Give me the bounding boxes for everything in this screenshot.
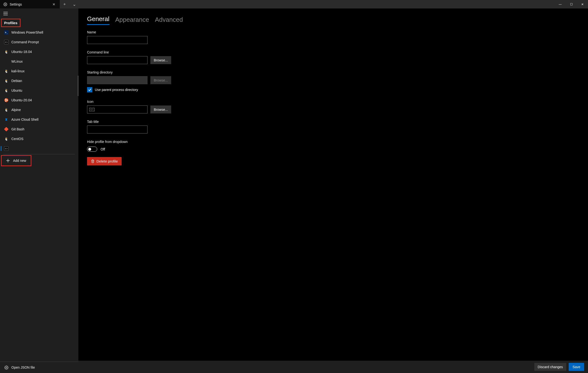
sidebar-item-label: CentOS — [11, 137, 23, 141]
sidebar-item-label: kali-linux — [11, 69, 24, 73]
bottom-bar: Discard changes Save — [78, 361, 588, 373]
content-area: General Appearance Advanced Name Command… — [78, 9, 588, 373]
browse-icon-button[interactable]: Browse... — [150, 106, 171, 113]
tux-icon: 🐧 — [4, 108, 9, 112]
powershell-icon: >_ — [4, 30, 9, 35]
ubuntu-icon — [4, 98, 9, 102]
svg-rect-9 — [4, 127, 9, 131]
sidebar-item-powershell[interactable]: >_ Windows PowerShell — [0, 28, 78, 37]
gear-icon — [4, 365, 9, 370]
azure-icon — [4, 117, 9, 122]
sidebar-item-label: Azure Cloud Shell — [11, 117, 38, 121]
tab-advanced[interactable]: Advanced — [155, 16, 183, 25]
discard-changes-button[interactable]: Discard changes — [534, 363, 566, 371]
profiles-header: Profiles — [1, 19, 21, 27]
divider — [3, 154, 75, 154]
svg-point-8 — [5, 101, 6, 102]
use-parent-checkbox[interactable] — [87, 87, 92, 92]
sidebar-item-label: Ubuntu-18.04 — [11, 50, 32, 54]
tab-title-label: Tab title — [87, 120, 588, 124]
starting-directory-label: Starting directory — [87, 70, 588, 74]
sidebar-item-current-blank[interactable]: C:\ — [0, 144, 78, 153]
command-line-label: Command line — [87, 50, 588, 54]
tab-label: Settings — [10, 2, 51, 6]
sidebar-item-ubuntu2004[interactable]: Ubuntu-20.04 — [0, 95, 78, 105]
tab-general[interactable]: General — [87, 15, 110, 25]
titlebar: Settings ✕ ＋ ⌄ — ☐ ✕ — [0, 0, 588, 9]
sidebar-item-label: Alpine — [11, 108, 21, 112]
tab-settings[interactable]: Settings ✕ — [0, 0, 60, 9]
sidebar-item-ubuntu[interactable]: 🐧 Ubuntu — [0, 86, 78, 95]
hamburger-button[interactable] — [0, 9, 78, 19]
save-button[interactable]: Save — [569, 363, 584, 371]
starting-directory-input — [87, 76, 147, 84]
tab-appearance[interactable]: Appearance — [115, 16, 149, 25]
sidebar-item-centos[interactable]: 🐧 CentOS — [0, 134, 78, 144]
terminal-icon: C:\ — [4, 146, 9, 151]
sidebar-item-kali[interactable]: 🐧 kali-linux — [0, 66, 78, 76]
git-icon — [4, 127, 9, 131]
gear-icon — [3, 2, 7, 6]
svg-point-0 — [5, 4, 6, 5]
svg-point-6 — [7, 100, 8, 100]
new-tab-button[interactable]: ＋ — [60, 2, 69, 7]
blank-icon — [4, 59, 9, 64]
tux-icon: 🐧 — [4, 88, 9, 93]
content-tabs: General Appearance Advanced — [78, 9, 588, 25]
browse-starting-directory-button: Browse... — [150, 76, 171, 84]
sidebar-item-add-new[interactable]: Add new — [2, 156, 31, 165]
tux-icon: 🐧 — [4, 79, 9, 83]
icon-label: Icon — [87, 100, 588, 104]
delete-profile-button[interactable]: Delete profile — [87, 157, 122, 165]
use-parent-label: Use parent process directory — [95, 88, 138, 92]
sidebar-item-label: Git Bash — [11, 127, 24, 131]
sidebar-item-open-json[interactable]: Open JSON file — [0, 362, 78, 373]
sidebar-item-label: Ubuntu — [11, 88, 22, 92]
window-minimize-button[interactable]: — — [555, 0, 566, 9]
hide-profile-label: Hide profile from dropdown — [87, 140, 588, 144]
sidebar-item-alpine[interactable]: 🐧 Alpine — [0, 105, 78, 115]
icon-input[interactable]: C:\ — [87, 106, 147, 113]
plus-icon — [6, 159, 10, 163]
sidebar-item-label: Ubuntu-20.04 — [11, 98, 32, 102]
sidebar-item-debian[interactable]: 🐧 Debian — [0, 76, 78, 86]
window-close-button[interactable]: ✕ — [577, 0, 588, 9]
svg-point-7 — [5, 99, 6, 99]
svg-point-12 — [6, 367, 7, 368]
hide-profile-toggle[interactable] — [87, 147, 97, 152]
name-input[interactable] — [87, 36, 147, 44]
tab-close-button[interactable]: ✕ — [51, 2, 57, 6]
tab-dropdown-button[interactable]: ⌄ — [69, 2, 79, 7]
command-line-input[interactable] — [87, 56, 147, 64]
tux-icon: 🐧 — [4, 137, 9, 141]
sidebar-item-label: Debian — [11, 79, 22, 83]
sidebar-item-azure[interactable]: Azure Cloud Shell — [0, 115, 78, 124]
sidebar-item-label: Windows PowerShell — [11, 31, 43, 34]
sidebar-item-gitbash[interactable]: Git Bash — [0, 124, 78, 134]
window-maximize-button[interactable]: ☐ — [566, 0, 577, 9]
sidebar-item-ubuntu1804[interactable]: 🐧 Ubuntu-18.04 — [0, 47, 78, 57]
hide-profile-state: Off — [101, 147, 105, 151]
tab-title-input[interactable] — [87, 126, 147, 134]
sidebar: Profiles >_ Windows PowerShell C:\ Comma… — [0, 9, 78, 373]
tux-icon: 🐧 — [4, 69, 9, 73]
sidebar-item-label: Open JSON file — [11, 365, 35, 369]
sidebar-item-cmd[interactable]: C:\ Command Prompt — [0, 37, 78, 47]
sidebar-item-wlinux[interactable]: WLinux — [0, 57, 78, 66]
icon-preview: C:\ — [89, 108, 94, 111]
browse-command-line-button[interactable]: Browse... — [150, 56, 171, 64]
name-label: Name — [87, 30, 588, 34]
sidebar-item-label: Command Prompt — [11, 40, 39, 44]
tux-icon: 🐧 — [4, 50, 9, 54]
sidebar-item-label: WLinux — [11, 60, 23, 63]
cmd-icon: C:\ — [4, 40, 9, 44]
sidebar-item-label: Add new — [13, 159, 26, 162]
